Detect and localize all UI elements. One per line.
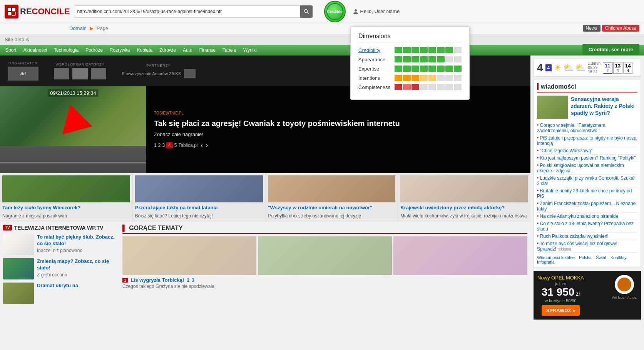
weather-box-14: 144 (623, 62, 632, 74)
thumb-item-2: "Wszyscy w rodzinie umierali na nowotwór… (266, 173, 398, 222)
thumb-grid: Tam leży ciało Iwony Wieczorek? Nagranie… (0, 173, 530, 222)
thumb-image-2 (268, 175, 396, 202)
news-link-9[interactable]: Co się stało z 18-letnią Iwettą? Przepad… (537, 221, 634, 232)
credible-button[interactable]: Credible (324, 1, 346, 22)
completeness-bar (395, 84, 462, 90)
hero-source-link[interactable]: Tablica.pl (178, 143, 197, 148)
tv-thumb-2 (3, 283, 34, 304)
news-footer-lokalne[interactable]: Wiadomości lokalne (537, 255, 575, 260)
nav-auto[interactable]: Auto (181, 47, 195, 54)
hero-page-5[interactable]: 5 (174, 143, 177, 148)
hot-page-indicator: 1 (122, 278, 128, 283)
thumb-title-0[interactable]: Tam leży ciało Iwony Wieczorek? (2, 205, 130, 211)
tv-item-title-0[interactable]: To miał być piękny ślub. Zobacz, co się … (37, 234, 116, 247)
featured-title[interactable]: Sensacyjna wersja zdarzeń. Rakiety z Pol… (571, 96, 637, 119)
news-footer-konflikty[interactable]: Konflikty (611, 255, 627, 260)
org-organizator: ORGANIZATOR Art (8, 61, 38, 81)
hot-header: ▌ GORĄCE TEMATY (122, 225, 527, 234)
hot-image-0 (122, 236, 256, 275)
svg-rect-0 (8, 8, 11, 11)
news-link-1[interactable]: PiS żałuje i przeprasza: to nigdy nie by… (537, 135, 636, 146)
breadcrumb-domain[interactable]: Domain (69, 25, 87, 31)
tv-item-2: Dramat ukrytu na (3, 283, 116, 304)
tag-children-abuse[interactable]: Children Abuse (602, 25, 639, 32)
news-link-7[interactable]: Zanim Franciszek został papieżem... Niez… (537, 201, 636, 212)
dimensions-popup: Dimensions Credibility Appearance (350, 26, 470, 100)
news-footer-infografia[interactable]: Infografia (537, 260, 555, 264)
hero-title[interactable]: Tak się płaci za agresję! Cwaniak z toyo… (154, 118, 523, 128)
news-link-2[interactable]: "Chcę rządzić Warszawą" (540, 148, 593, 153)
nav-kobieta[interactable]: Kobieta (135, 47, 155, 54)
svg-line-5 (307, 12, 309, 14)
news-link-6[interactable]: Brutalnie pobity 23-latek nie chce pomoc… (537, 188, 632, 199)
breadcrumb-page: Page (97, 25, 108, 31)
hero-page-1[interactable]: 1 (154, 143, 157, 148)
thumb-image-1 (135, 175, 263, 202)
hot-page-2-num[interactable]: 2 (187, 278, 190, 283)
news-link-8[interactable]: Na dnie Atlantyku znaleziono piramidę (540, 214, 618, 219)
thumb-item-1: Przerażające fakty na temat latania Bois… (133, 173, 266, 222)
nav-more[interactable]: Tabele (220, 47, 238, 54)
hero-text-panel: TOSIEWTNIE.PL Tak się płaci za agresję! … (146, 86, 530, 173)
weather-small-boxes: 112 134 144 (603, 62, 632, 74)
hero-page-4-active[interactable]: 4 (166, 142, 173, 148)
nav-more2[interactable]: Wyniki (241, 47, 259, 54)
nav-zdrowie[interactable]: Zdrowie (157, 47, 178, 54)
thumb-image-0 (2, 175, 130, 202)
nav-podroze[interactable]: Podróże (83, 47, 105, 54)
ad-price-row: 31 950 zł (537, 286, 584, 298)
hero-subtitle: Zobacz całe nagranie! (154, 131, 523, 137)
tv-item-title-2[interactable]: Dramat ukrytu na (37, 283, 116, 289)
hero-next-btn[interactable]: › (206, 142, 208, 149)
news-link-11[interactable]: To może być coś więcej niż ból głowy! Sp… (537, 241, 617, 252)
expertise-bar (395, 66, 462, 72)
news-link-5[interactable]: Ludzkie szczątki przy wraku Concordii. S… (537, 175, 636, 186)
news-link-0[interactable]: Gorąco w sejmie. "Fanatyzmem, zacietrzep… (537, 123, 607, 133)
thumb-title-2[interactable]: "Wszyscy w rodzinie umierali na nowotwór… (268, 205, 396, 211)
hero-page-3[interactable]: 3 (162, 143, 165, 148)
site-details-bar: Site details (0, 34, 644, 45)
search-button[interactable] (300, 5, 313, 18)
news-bar (537, 83, 539, 90)
news-item-8: Na dnie Atlantyku znaleziono piramidę (537, 213, 637, 220)
hot-image-grid (122, 236, 527, 275)
news-item-6: Brutalnie pobity 23-latek nie chce pomoc… (537, 187, 637, 200)
news-item-7: Zanim Franciszek został papieżem... Niez… (537, 200, 637, 213)
nav-aktualnosci[interactable]: Aktualności (21, 47, 49, 54)
hero-page-2[interactable]: 2 (158, 143, 161, 148)
weather-sun-icon: ☀ (554, 63, 562, 73)
news-link-4[interactable]: Polski śmigłowiec lądował na niemieckim … (537, 163, 624, 173)
credible-more-button[interactable]: Credible, see more (582, 44, 639, 55)
hot-title: GORĄCE TEMATY (129, 225, 182, 232)
svg-rect-1 (12, 8, 15, 11)
thumb-title-3[interactable]: Krajewski uwiedziony przez młodą aktorkę… (400, 205, 528, 211)
tv-item-title-1[interactable]: Zmienią mapy? Zobacz, co się stało! (37, 258, 116, 271)
news-footer-polska[interactable]: Polska (579, 255, 592, 260)
news-link-3[interactable]: Kto jest najlepszym posłem? Ranking "Pol… (540, 155, 636, 161)
news-link-10[interactable]: Ruch Palikota zażądał wyjaśnień! (540, 234, 609, 239)
thumb-desc-1: Boisz się latać? Lepiej tego nie czytaj! (135, 213, 263, 219)
featured-news: Sensacyjna wersja zdarzeń. Rakiety z Pol… (537, 96, 637, 119)
ad-price-prefix: już zo (537, 281, 584, 286)
nav-rozrywka[interactable]: Rozrywka (107, 47, 132, 54)
thumb-title-1[interactable]: Przerażające fakty na temat latania (135, 205, 263, 211)
appearance-row: Appearance (358, 56, 462, 62)
ad-banner: Nowy OPEL MOKKA już zo 31 950 zł w kredy… (534, 271, 641, 320)
thumb-desc-0: Nagranie z miejsca poszukiwań (2, 213, 130, 219)
breadcrumb-arrow: ▶ (90, 25, 94, 31)
nav-finanse[interactable]: Finanse (197, 47, 218, 54)
news-item-9: Co się stało z 18-letnią Iwettą? Przepad… (537, 220, 637, 233)
logo-concile: CONCILE (32, 7, 70, 16)
hot-page-3-num[interactable]: 3 (192, 278, 194, 283)
tag-news[interactable]: News (583, 25, 601, 32)
news-footer-swiat[interactable]: Świat (596, 255, 606, 260)
nav-sport[interactable]: Sport (3, 47, 19, 54)
hero-prev-btn[interactable]: ‹ (201, 142, 202, 149)
hot-caption[interactable]: 1 Lis wygryzła Torbicką! 2 3 (122, 277, 527, 283)
tv-text-2: Dramat ukrytu na (37, 283, 116, 304)
url-bar[interactable]: http://edition.cnn.com/2013/06/19/us/cfp… (74, 5, 301, 18)
ad-button[interactable]: SPRAWDŹ » (542, 305, 580, 316)
nav-technologia[interactable]: Technologia (52, 47, 81, 54)
credibility-label[interactable]: Credibility (358, 47, 391, 53)
logo-re: RE (20, 7, 32, 16)
